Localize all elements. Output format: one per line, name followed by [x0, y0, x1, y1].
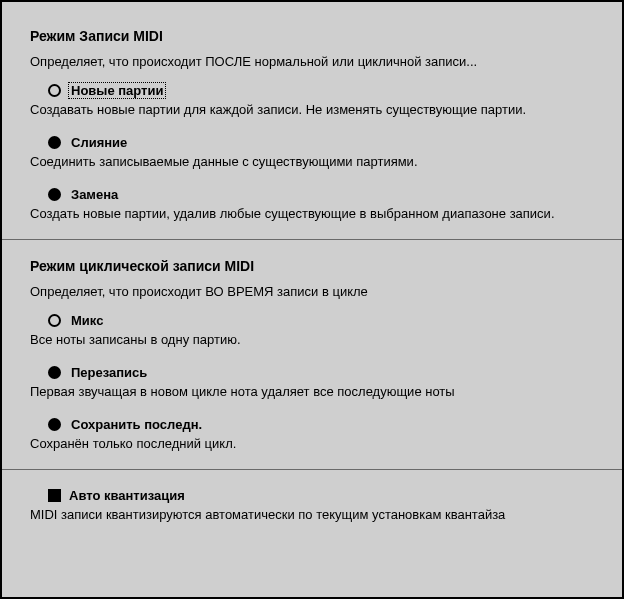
section1-desc: Определяет, что происходит ПОСЛЕ нормаль…: [30, 54, 594, 69]
divider: [2, 469, 622, 470]
option-replace[interactable]: Замена Создать новые партии, удалив любы…: [48, 187, 594, 221]
radio-icon[interactable]: [48, 136, 61, 149]
radio-icon[interactable]: [48, 84, 61, 97]
settings-panel: Режим Записи MIDI Определяет, что происх…: [0, 0, 624, 599]
option-desc: Соединить записываемые данные с существу…: [30, 154, 594, 169]
section1-options: Новые партии Создавать новые партии для …: [30, 83, 594, 221]
option-mix[interactable]: Микс Все ноты записаны в одну партию.: [48, 313, 594, 347]
option-label: Перезапись: [69, 365, 149, 380]
option-label: Слияние: [69, 135, 129, 150]
checkbox-icon[interactable]: [48, 489, 61, 502]
section2-title: Режим циклической записи MIDI: [30, 258, 594, 274]
autoquant-label: Авто квантизация: [69, 488, 185, 503]
radio-icon[interactable]: [48, 314, 61, 327]
autoquant-desc: MIDI записи квантизируются автоматически…: [30, 507, 594, 522]
option-new-parts[interactable]: Новые партии Создавать новые партии для …: [48, 83, 594, 117]
option-label: Микс: [69, 313, 105, 328]
option-label: Замена: [69, 187, 120, 202]
option-desc: Сохранён только последний цикл.: [30, 436, 594, 451]
option-keep-last[interactable]: Сохранить последн. Сохранён только после…: [48, 417, 594, 451]
autoquant-group: Авто квантизация MIDI записи квантизирую…: [30, 488, 594, 522]
option-label: Новые партии: [69, 83, 165, 98]
option-desc: Все ноты записаны в одну партию.: [30, 332, 594, 347]
option-desc: Создать новые партии, удалив любые сущес…: [30, 206, 594, 221]
radio-icon[interactable]: [48, 366, 61, 379]
radio-icon[interactable]: [48, 188, 61, 201]
section2-desc: Определяет, что происходит ВО ВРЕМЯ запи…: [30, 284, 594, 299]
autoquant-checkbox-row[interactable]: Авто квантизация: [48, 488, 594, 503]
option-merge[interactable]: Слияние Соединить записываемые данные с …: [48, 135, 594, 169]
option-label: Сохранить последн.: [69, 417, 204, 432]
option-desc: Первая звучащая в новом цикле нота удаля…: [30, 384, 594, 399]
divider: [2, 239, 622, 240]
section2-options: Микс Все ноты записаны в одну партию. Пе…: [30, 313, 594, 451]
option-overwrite[interactable]: Перезапись Первая звучащая в новом цикле…: [48, 365, 594, 399]
radio-icon[interactable]: [48, 418, 61, 431]
option-desc: Создавать новые партии для каждой записи…: [30, 102, 594, 117]
section1-title: Режим Записи MIDI: [30, 28, 594, 44]
